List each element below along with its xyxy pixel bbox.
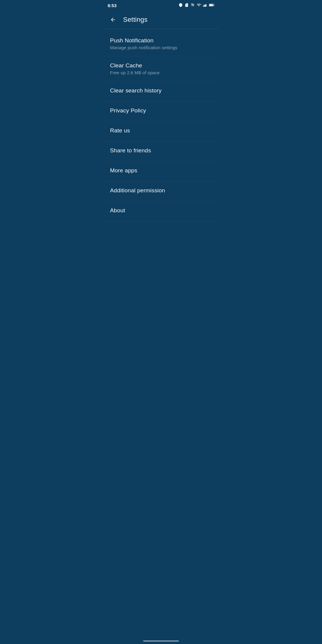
status-bar: 8:53	[103, 0, 219, 11]
app-bar: Settings	[103, 11, 219, 29]
svg-rect-5	[214, 4, 214, 6]
back-button[interactable]	[108, 14, 118, 25]
back-arrow-icon	[110, 17, 116, 23]
about-title: About	[110, 207, 212, 214]
push-notification-subtitle: Manage push notification settings	[110, 45, 212, 50]
status-time: 8:53	[108, 3, 117, 8]
wifi-icon	[196, 3, 201, 8]
settings-item-share-to-friends[interactable]: Share to friends	[103, 141, 219, 161]
svg-rect-3	[203, 6, 204, 6]
sim-card-icon	[185, 3, 189, 8]
clear-search-history-title: Clear search history	[110, 87, 212, 94]
settings-item-clear-cache[interactable]: Clear Cache Free up 2.6 MB of space	[103, 56, 219, 81]
push-notification-title: Push Notification	[110, 37, 212, 44]
rate-us-title: Rate us	[110, 127, 212, 134]
clear-cache-subtitle: Free up 2.6 MB of space	[110, 70, 212, 75]
page-title: Settings	[123, 16, 148, 24]
signal-icon	[203, 3, 207, 8]
privacy-policy-title: Privacy Policy	[110, 107, 212, 114]
settings-list: Push Notification Manage push notificati…	[103, 29, 219, 224]
additional-permission-title: Additional permission	[110, 187, 212, 194]
settings-item-more-apps[interactable]: More apps	[103, 161, 219, 181]
more-apps-title: More apps	[110, 167, 212, 174]
share-to-friends-title: Share to friends	[110, 147, 212, 154]
svg-rect-2	[204, 5, 205, 7]
svg-rect-6	[209, 4, 213, 6]
text-format-icon	[191, 3, 195, 8]
settings-item-privacy-policy[interactable]: Privacy Policy	[103, 101, 219, 121]
settings-item-rate-us[interactable]: Rate us	[103, 121, 219, 141]
status-icons	[179, 3, 214, 8]
shield-icon	[179, 3, 183, 8]
clear-cache-title: Clear Cache	[110, 62, 212, 69]
settings-item-additional-permission[interactable]: Additional permission	[103, 181, 219, 201]
svg-rect-1	[205, 5, 205, 7]
svg-rect-0	[206, 4, 206, 7]
settings-item-about[interactable]: About	[103, 201, 219, 221]
settings-item-push-notification[interactable]: Push Notification Manage push notificati…	[103, 31, 219, 56]
battery-icon	[209, 3, 214, 8]
settings-item-clear-search-history[interactable]: Clear search history	[103, 81, 219, 101]
